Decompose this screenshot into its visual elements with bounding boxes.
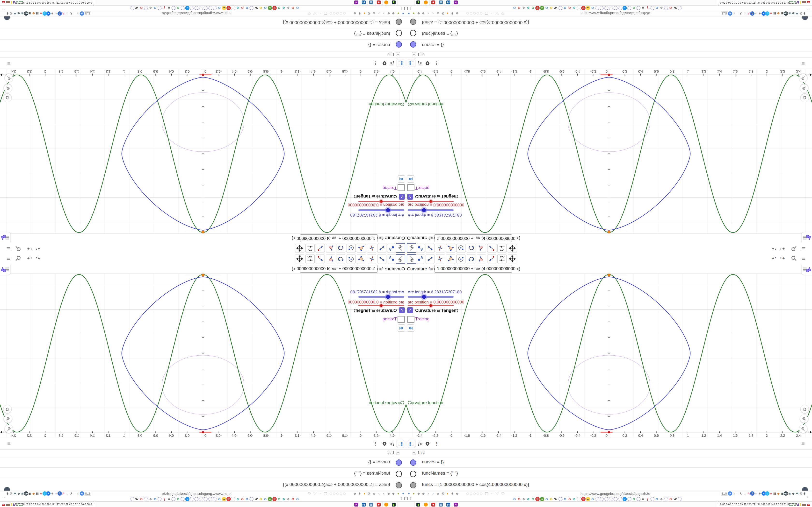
reload-icon[interactable]: ↻ [69, 11, 73, 16]
zoom-badge[interactable]: 81% [84, 492, 91, 496]
owl-app-icon[interactable]: ∞ [352, 0, 360, 5]
mountain-favicon[interactable]: ▲ [586, 497, 590, 501]
globe-favicon[interactable]: ⊕ [282, 6, 286, 10]
google-favicon[interactable]: G [139, 497, 144, 501]
kebab-menu-icon[interactable]: ⋮ [372, 440, 379, 447]
google-favicon[interactable]: G [240, 6, 245, 10]
google-favicon[interactable]: G [263, 6, 267, 10]
arc-length-slider-label[interactable]: Arc length = 6.283185307180 [408, 290, 462, 294]
globe-color-icon[interactable]: ⊕ [32, 491, 36, 496]
arc-length-slider[interactable] [408, 296, 454, 298]
tool-button-circle-center-point[interactable] [456, 254, 465, 264]
graphics-view-canvas[interactable] [0, 273, 406, 438]
chat-favicon[interactable]: ▪ [185, 497, 190, 501]
algebra-expression[interactable]: funcNames = {" "} [354, 470, 390, 476]
f-red-favicon[interactable]: f [162, 6, 166, 10]
tool-button-point-on-line[interactable] [316, 243, 325, 253]
google-favicon[interactable]: G [217, 6, 221, 10]
arc-position-slider-label[interactable]: arc position = 0.000000000000 [408, 300, 464, 305]
zoom-badge[interactable]: 81% [84, 11, 91, 15]
function-combobox[interactable]: 1.000000000000 + cos(4.000000000000 x) [435, 234, 512, 242]
visibility-toggle[interactable] [410, 482, 416, 489]
puzzle-icon[interactable]: ⬒ [13, 491, 17, 496]
geogebra-wreath-favicon[interactable] [194, 497, 199, 501]
tool-button-circle-center-point[interactable] [347, 254, 356, 264]
wikipedia-favicon[interactable]: W [673, 497, 677, 501]
tool-button-point-on-line[interactable] [487, 254, 496, 264]
globe-icon[interactable]: ⊕ [387, 11, 391, 16]
geogebra-wreath-favicon[interactable] [144, 6, 148, 10]
zoom-out-button[interactable] [5, 425, 13, 433]
camera-monitor-app-icon[interactable]: ▦ [367, 502, 375, 507]
geogebra-wreath-favicon[interactable] [199, 497, 203, 501]
olive-dot-icon[interactable]: ● [412, 11, 416, 16]
tracing-label[interactable]: Tracing [415, 317, 429, 322]
settings-gear-button[interactable] [424, 60, 431, 67]
red-circle-icon[interactable]: ● [39, 491, 43, 496]
arc-length-slider-knob[interactable] [386, 295, 390, 299]
skip-next-button[interactable] [398, 325, 405, 332]
gearflower-favicon[interactable]: ✱ [641, 497, 645, 501]
tool-button-point-on-line[interactable] [316, 254, 325, 264]
globe-favicon[interactable]: ⊕ [572, 497, 576, 501]
figure-icon[interactable]: ♪ [382, 491, 386, 496]
google-favicon[interactable]: G [632, 497, 636, 501]
skip-next-button[interactable] [407, 325, 414, 332]
faded-dot-icon[interactable] [337, 12, 339, 14]
google-favicon[interactable]: G [591, 497, 595, 501]
tool-button-move-graphics-view[interactable] [508, 254, 517, 264]
back-icon[interactable]: ← [490, 12, 494, 16]
trash-icon[interactable]: Ⅲ [35, 491, 39, 496]
google-favicon[interactable]: G [240, 497, 245, 501]
geogebra-wreath-favicon[interactable] [600, 497, 604, 501]
zoom-badge[interactable]: 81% [721, 11, 728, 15]
google-favicon[interactable]: G [153, 497, 157, 501]
gearflower-favicon[interactable]: ✱ [167, 497, 171, 501]
geogebra-wreath-favicon[interactable] [558, 6, 563, 10]
globe-icon[interactable]: ⊕ [455, 491, 459, 496]
tool-button-move-cursor[interactable] [396, 243, 405, 253]
function-combobox[interactable]: 1.000000000000 + cos(4.000000000000 x) [300, 234, 377, 242]
tool-button-angle[interactable]: α [326, 243, 335, 253]
bookmarks-collapse-caret[interactable]: ^ [807, 496, 809, 501]
menu-hamburger-icon[interactable]: ≡ [802, 255, 806, 261]
shield-icon[interactable]: ♡ [313, 11, 317, 16]
profile-icon[interactable]: ☺ [501, 491, 505, 495]
geogebra-wreath-favicon[interactable] [130, 6, 134, 10]
google-favicon[interactable]: G [176, 6, 180, 10]
forward-icon[interactable]: → [72, 11, 77, 16]
google-favicon[interactable]: G [591, 6, 595, 10]
algebra-expression[interactable]: curves = {} [368, 459, 390, 464]
geogebra-wreath-favicon[interactable] [678, 497, 682, 501]
visibility-toggle[interactable] [410, 459, 416, 466]
firefox-app-icon[interactable] [422, 0, 430, 5]
globe-icon[interactable]: ⊕ [353, 11, 357, 16]
visibility-toggle[interactable] [410, 41, 416, 48]
google-favicon[interactable]: G [139, 6, 144, 10]
tool-button-intersect-lines[interactable] [436, 243, 445, 253]
gear-icon[interactable]: ✱ [5, 11, 10, 16]
settings-gear-button[interactable] [424, 440, 431, 447]
panel-menu-hamburger-icon[interactable]: ≡ [801, 440, 805, 447]
google-favicon[interactable]: G [295, 6, 300, 10]
geogebra-wreath-favicon[interactable] [558, 497, 563, 501]
geogebra-wreath-favicon[interactable] [130, 497, 134, 501]
geogebra-wreath-favicon[interactable] [604, 497, 609, 501]
home-button[interactable] [3, 405, 11, 413]
tool-button-conic-five-points[interactable] [336, 254, 345, 264]
algebra-expression[interactable]: curves = {} [422, 43, 444, 48]
tracing-label[interactable]: Tracing [415, 185, 429, 190]
graphics-view-canvas[interactable] [0, 69, 406, 234]
mouse-icon[interactable]: ○ [54, 491, 58, 496]
back-icon[interactable]: ← [318, 12, 322, 16]
geogebra-wreath-favicon[interactable] [595, 6, 599, 10]
google-favicon[interactable]: G [545, 497, 549, 501]
shield-icon[interactable]: ♡ [495, 491, 499, 496]
yandex-favicon[interactable]: Я [226, 6, 231, 10]
bookmarks-collapse-caret[interactable]: ^ [807, 6, 809, 11]
faded-dot-icon[interactable] [470, 12, 472, 14]
geogebra-wreath-favicon[interactable] [144, 497, 148, 501]
google-favicon[interactable]: G [291, 497, 295, 501]
gear-icon[interactable]: ✱ [450, 491, 455, 496]
geogebra-wreath-favicon[interactable] [213, 6, 217, 10]
